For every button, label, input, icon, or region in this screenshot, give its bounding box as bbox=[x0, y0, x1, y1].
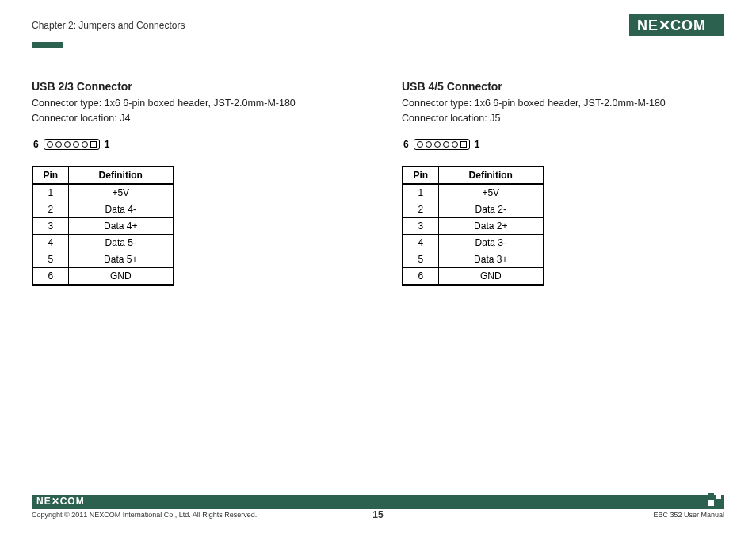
connector-type: Connector type: 1x6 6-pin boxed header, … bbox=[402, 98, 666, 109]
cell-def: Data 3- bbox=[438, 234, 544, 251]
cell-pin: 4 bbox=[403, 234, 438, 251]
table-row: 1+5V bbox=[403, 184, 544, 201]
pin-icon bbox=[434, 141, 441, 148]
cell-pin: 1 bbox=[32, 184, 68, 201]
footer-meta: Copyright © 2011 NEXCOM International Co… bbox=[32, 511, 724, 519]
connector-diagram: 6 1 bbox=[403, 139, 724, 150]
connector-type: Connector type: 1x6 6-pin boxed header, … bbox=[32, 98, 296, 109]
section-description: Connector type: 1x6 6-pin boxed header, … bbox=[32, 96, 354, 126]
cell-def: GND bbox=[68, 267, 174, 285]
svg-text:COM: COM bbox=[670, 17, 706, 33]
section-title: USB 4/5 Connector bbox=[402, 80, 724, 93]
cell-pin: 1 bbox=[403, 184, 438, 201]
pin-icon bbox=[73, 141, 79, 148]
table-row: 2Data 2- bbox=[403, 201, 544, 217]
cell-pin: 5 bbox=[32, 251, 68, 267]
footer-logo: NE✕COM bbox=[36, 497, 92, 508]
pin-label-right: 1 bbox=[475, 139, 480, 150]
pinout-table: Pin Definition 1+5V 2Data 4- 3Data 4+ 4D… bbox=[32, 166, 174, 286]
cell-def: Data 5+ bbox=[68, 251, 174, 267]
table-header-def: Definition bbox=[68, 167, 174, 184]
header-box-icon bbox=[414, 139, 470, 150]
cell-pin: 2 bbox=[32, 201, 68, 217]
pin-icon bbox=[55, 141, 62, 148]
cell-def: Data 2+ bbox=[438, 217, 544, 234]
pin-icon bbox=[460, 141, 467, 148]
table-row: 4Data 3- bbox=[403, 234, 544, 251]
table-row: 5Data 3+ bbox=[403, 251, 544, 267]
cell-pin: 5 bbox=[403, 251, 438, 267]
right-column: USB 4/5 Connector Connector type: 1x6 6-… bbox=[402, 80, 724, 286]
table-row: 3Data 2+ bbox=[403, 217, 544, 234]
svg-text:NE: NE bbox=[637, 17, 659, 33]
cell-def: Data 3+ bbox=[438, 251, 544, 267]
cell-def: GND bbox=[438, 267, 544, 285]
cell-def: +5V bbox=[438, 184, 544, 201]
pin-icon bbox=[443, 141, 449, 148]
connector-location: Connector location: J5 bbox=[402, 113, 500, 124]
table-row: 5Data 5+ bbox=[32, 251, 174, 267]
connector-location: Connector location: J4 bbox=[32, 113, 130, 124]
pin-icon bbox=[64, 141, 71, 148]
pin-label-left: 6 bbox=[33, 139, 39, 150]
header-accent-bar bbox=[32, 42, 63, 48]
table-header-row: Pin Definition bbox=[32, 167, 174, 184]
section-title: USB 2/3 Connector bbox=[32, 80, 354, 93]
pin-icon bbox=[417, 141, 423, 148]
page-header: Chapter 2: Jumpers and Connectors NE ✕ C… bbox=[32, 14, 724, 40]
cell-pin: 3 bbox=[403, 217, 438, 234]
table-header-row: Pin Definition bbox=[403, 167, 544, 184]
cell-pin: 6 bbox=[403, 267, 438, 285]
svg-text:✕: ✕ bbox=[659, 17, 671, 33]
table-header-pin: Pin bbox=[32, 167, 68, 184]
cell-def: Data 4- bbox=[68, 201, 174, 217]
pin-label-right: 1 bbox=[105, 139, 110, 150]
table-header-def: Definition bbox=[438, 167, 544, 184]
table-row: 6GND bbox=[403, 267, 544, 285]
chapter-title: Chapter 2: Jumpers and Connectors bbox=[32, 20, 185, 31]
pin-icon bbox=[426, 141, 432, 148]
table-header-pin: Pin bbox=[403, 167, 438, 184]
page-number: 15 bbox=[372, 509, 383, 520]
section-description: Connector type: 1x6 6-pin boxed header, … bbox=[402, 96, 724, 126]
page-footer: NE✕COM Copyright © 2011 NEXCOM Internati… bbox=[32, 495, 724, 519]
table-row: 6GND bbox=[32, 267, 174, 285]
copyright-text: Copyright © 2011 NEXCOM International Co… bbox=[32, 511, 257, 519]
pinout-table: Pin Definition 1+5V 2Data 2- 3Data 2+ 4D… bbox=[402, 166, 544, 286]
cell-pin: 4 bbox=[32, 234, 68, 251]
cell-def: +5V bbox=[68, 184, 174, 201]
pin-icon bbox=[82, 141, 88, 148]
footer-squares-icon bbox=[704, 495, 720, 509]
cell-pin: 3 bbox=[32, 217, 68, 234]
manual-name: EBC 352 User Manual bbox=[653, 511, 724, 519]
pin-icon bbox=[452, 141, 458, 148]
pin-label-left: 6 bbox=[403, 139, 409, 150]
pin-icon bbox=[47, 141, 53, 148]
cell-def: Data 2- bbox=[438, 201, 544, 217]
cell-def: Data 4+ bbox=[68, 217, 174, 234]
cell-pin: 6 bbox=[32, 267, 68, 285]
svg-text:NE✕COM: NE✕COM bbox=[36, 497, 85, 506]
footer-bar: NE✕COM bbox=[32, 495, 724, 509]
left-column: USB 2/3 Connector Connector type: 1x6 6-… bbox=[32, 80, 354, 286]
table-row: 2Data 4- bbox=[32, 201, 174, 217]
cell-pin: 2 bbox=[403, 201, 438, 217]
header-box-icon bbox=[44, 139, 100, 150]
cell-def: Data 5- bbox=[68, 234, 174, 251]
main-content: USB 2/3 Connector Connector type: 1x6 6-… bbox=[32, 80, 724, 286]
table-row: 4Data 5- bbox=[32, 234, 174, 251]
connector-diagram: 6 1 bbox=[33, 139, 354, 150]
pin-icon bbox=[90, 141, 97, 148]
nexcom-logo: NE ✕ COM bbox=[629, 14, 724, 36]
table-row: 1+5V bbox=[32, 184, 174, 201]
table-row: 3Data 4+ bbox=[32, 217, 174, 234]
